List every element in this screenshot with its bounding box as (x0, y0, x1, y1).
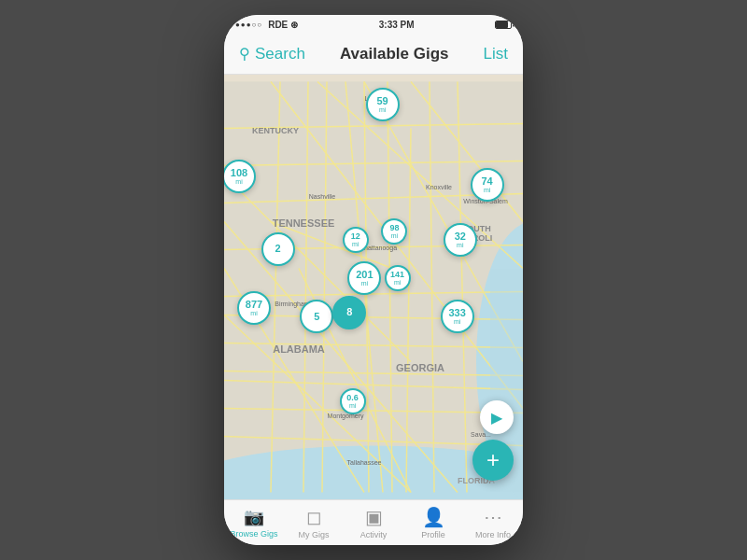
tab-my-gigs-label: My Gigs (298, 530, 329, 539)
search-label: Search (255, 45, 305, 63)
clock: 3:33 PM (379, 20, 415, 30)
svg-text:Tallahassee: Tallahassee (347, 459, 382, 466)
tab-activity-label: Activity (360, 530, 388, 539)
location-icon: ▶ (491, 409, 502, 427)
marker-bubble-filled[interactable]: 8 (332, 296, 366, 329)
signal-dots: ●●●○○ (235, 21, 262, 29)
marker-333mi[interactable]: 333 mi (441, 300, 474, 333)
marker-bubble[interactable]: 2 (261, 232, 295, 266)
battery-fill (496, 21, 508, 28)
phone-frame: ●●●○○ RDE ⊛ 3:33 PM ⚲ Search Available G… (224, 15, 523, 545)
marker-74mi[interactable]: 74 mi (471, 168, 504, 202)
search-button[interactable]: ⚲ Search (239, 45, 305, 63)
more-info-icon: ⋯ (484, 506, 502, 528)
list-button[interactable]: List (484, 45, 508, 63)
marker-bubble[interactable]: 0.6 mi (340, 388, 366, 414)
svg-text:GEORGIA: GEORGIA (396, 362, 444, 373)
nav-bar: ⚲ Search Available Gigs List (224, 34, 523, 75)
marker-bubble[interactable]: 5 (300, 300, 333, 333)
marker-bubble[interactable]: 877 mi (237, 291, 271, 325)
tab-browse-gigs-label: Browse Gigs (230, 529, 277, 539)
marker-12mi[interactable]: 12 mi (343, 227, 369, 253)
marker-bubble[interactable]: 12 mi (343, 227, 369, 253)
tab-activity[interactable]: ▣ Activity (344, 500, 403, 545)
tab-more-info-label: More Info (475, 530, 511, 539)
marker-98mi[interactable]: 98 mi (381, 218, 407, 245)
svg-text:Nashville: Nashville (309, 193, 336, 200)
marker-0.6mi[interactable]: 0.6 mi (340, 388, 366, 414)
tab-more-info[interactable]: ⋯ More Info (463, 500, 523, 545)
profile-icon: 👤 (422, 506, 445, 528)
svg-text:Knoxville: Knoxville (426, 184, 452, 190)
status-bar: ●●●○○ RDE ⊛ 3:33 PM (224, 15, 523, 34)
marker-bubble[interactable]: 74 mi (471, 168, 504, 202)
marker-bubble[interactable]: 108 mi (224, 160, 256, 193)
marker-32mi[interactable]: 32 mi (444, 223, 477, 257)
status-right (495, 21, 512, 29)
search-icon: ⚲ (239, 45, 250, 63)
activity-icon: ▣ (365, 506, 383, 528)
tab-my-gigs[interactable]: ◻ My Gigs (284, 500, 344, 545)
my-gigs-icon: ◻ (306, 506, 322, 528)
page-title: Available Gigs (340, 45, 449, 63)
wifi-icon: ⊛ (290, 20, 298, 30)
marker-8[interactable]: 8 (332, 296, 366, 329)
marker-bubble[interactable]: 141 mi (385, 265, 411, 291)
marker-bubble[interactable]: 59 mi (366, 88, 400, 121)
tab-browse-gigs[interactable]: 📷 Browse Gigs (224, 500, 284, 545)
marker-bubble[interactable]: 98 mi (381, 218, 407, 245)
svg-text:TENNESSEE: TENNESSEE (273, 217, 335, 229)
marker-59mi[interactable]: 59 mi (366, 88, 400, 121)
tab-profile[interactable]: 👤 Profile (403, 500, 463, 545)
battery-icon (495, 21, 512, 29)
svg-text:KENTUCKY: KENTUCKY (252, 126, 299, 135)
marker-bubble[interactable]: 32 mi (444, 223, 477, 257)
browse-gigs-icon: 📷 (244, 507, 264, 527)
location-button[interactable]: ▶ (480, 400, 514, 434)
marker-201mi[interactable]: 201 mi (347, 261, 381, 295)
marker-141mi[interactable]: 141 mi (385, 265, 411, 291)
marker-bubble[interactable]: 333 mi (441, 300, 474, 333)
tab-bar: 📷 Browse Gigs ◻ My Gigs ▣ Activity 👤 Pro… (224, 499, 523, 545)
add-gig-button[interactable]: + (472, 440, 514, 481)
tab-profile-label: Profile (421, 530, 445, 539)
status-left: ●●●○○ RDE ⊛ (235, 20, 298, 30)
marker-bubble[interactable]: 201 mi (347, 261, 381, 295)
plus-icon: + (486, 447, 500, 473)
map-area[interactable]: TENNESSEE ALABAMA GEORGIA SOUTH CAROLI K… (224, 75, 523, 499)
marker-5[interactable]: 5 (300, 300, 333, 333)
carrier: RDE (268, 20, 288, 30)
marker-877mi[interactable]: 877 mi (237, 291, 271, 325)
marker-2[interactable]: 2 (261, 232, 295, 266)
marker-108mi[interactable]: 108 mi (224, 160, 256, 193)
svg-text:ALABAMA: ALABAMA (273, 343, 325, 355)
